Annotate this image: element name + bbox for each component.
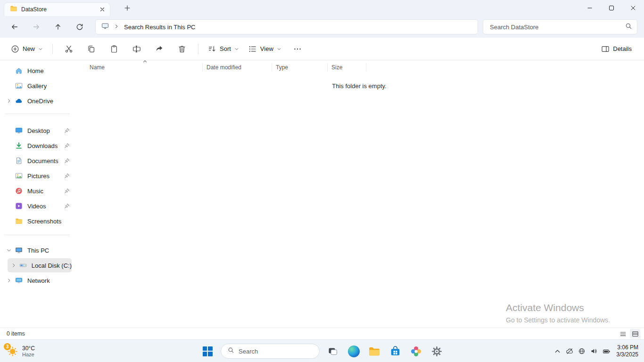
document-icon [15,157,25,165]
column-header-size[interactable]: Size [328,63,366,72]
explorer-search-input[interactable] [490,24,625,31]
sidebar-item-videos[interactable]: Videos [3,199,72,213]
task-view-icon [327,346,339,357]
explorer-search-box[interactable] [483,19,637,34]
back-button[interactable] [4,19,25,35]
chevron-down-icon [38,47,43,51]
pin-icon [64,173,70,179]
more-options-button[interactable] [289,41,306,58]
pin-icon [64,128,70,133]
tray-battery-button[interactable] [600,344,612,359]
column-header-type[interactable]: Type [272,63,328,72]
forward-button[interactable] [25,19,47,35]
empty-folder-message: This folder is empty. [74,82,644,90]
close-button[interactable] [622,0,644,16]
sidebar-item-documents[interactable]: Documents [3,154,72,168]
sidebar-item-label: Videos [27,203,46,210]
computer-icon [15,247,25,254]
list-view-toggle[interactable] [618,329,628,338]
settings-button[interactable] [427,342,446,361]
new-tab-button[interactable] [121,1,134,15]
start-button[interactable] [198,342,217,361]
sidebar-item-screenshots[interactable]: Screenshots [3,214,72,228]
onedrive-cloud-icon [15,97,25,105]
breadcrumb: Search Results in This PC [124,24,196,31]
tray-show-hidden-icons-button[interactable] [551,344,563,359]
task-view-button[interactable] [323,342,342,361]
taskbar-search-box[interactable]: Search [221,344,320,359]
column-header-date-modified[interactable]: Date modified [203,63,272,72]
copy-button[interactable] [83,41,100,58]
rename-button[interactable] [128,41,146,58]
sidebar-item-gallery[interactable]: Gallery [3,79,72,93]
address-bar[interactable]: Search Results in This PC [95,19,478,34]
tab-title: DataStore [21,6,94,13]
command-toolbar: New Sort View [0,38,644,60]
status-bar: 0 items [0,328,644,339]
sidebar-item-desktop[interactable]: Desktop [3,123,72,138]
sidebar-item-onedrive[interactable]: OneDrive [3,94,72,108]
new-button[interactable]: New [6,41,48,57]
download-arrow-icon [15,142,25,149]
sidebar-item-music[interactable]: Music [3,184,72,198]
edge-icon [348,346,360,357]
tab-close-button[interactable] [98,5,107,14]
column-header-name[interactable]: Name [74,63,203,72]
up-button[interactable] [47,19,69,35]
sidebar-item-pictures[interactable]: Pictures [3,169,72,183]
edge-browser-button[interactable] [344,342,363,361]
desktop-monitor-icon [15,127,25,134]
pin-icon [64,143,70,148]
details-button[interactable]: Details [596,41,636,57]
expand-chevron-icon[interactable] [3,278,15,283]
sidebar-item-this-pc[interactable]: This PC [3,243,72,257]
sidebar-item-label: Network [27,277,50,284]
cut-button[interactable] [60,41,78,58]
search-icon[interactable] [625,23,632,32]
music-note-icon [15,187,25,195]
view-button[interactable]: View [244,41,286,57]
refresh-button[interactable] [69,19,91,35]
scissors-icon [65,45,73,53]
photos-button[interactable] [406,342,425,361]
weather-widget[interactable]: 3 30°C Haze [0,340,41,362]
sidebar-item-label: Desktop [27,127,50,134]
minimize-button[interactable] [579,0,601,16]
sidebar-item-label: Documents [27,157,58,165]
photos-icon [410,346,422,357]
paste-button[interactable] [105,41,123,58]
tray-volume-button[interactable] [588,344,600,359]
toolbar-separator [198,44,198,54]
sidebar-item-local-disk-c[interactable]: Local Disk (C:) [8,258,72,272]
expand-chevron-icon[interactable] [8,263,19,268]
chevron-up-icon [554,348,561,355]
explorer-tab[interactable]: DataStore [4,2,110,16]
tray-onedrive-button[interactable] [563,344,576,359]
share-button[interactable] [150,41,168,58]
delete-button[interactable] [173,41,191,58]
taskbar-clock[interactable]: 3:06 PM 3/3/2025 [616,344,638,358]
collapse-chevron-icon[interactable] [3,247,15,253]
home-icon [15,67,25,74]
pin-icon [64,203,70,209]
taskbar-search-label: Search [239,348,258,355]
sidebar-item-downloads[interactable]: Downloads [3,139,72,153]
clipboard-icon [110,45,118,53]
breadcrumb-chevron-icon [114,23,119,31]
microsoft-store-button[interactable] [386,342,405,361]
sort-button[interactable]: Sort [203,41,244,57]
sidebar-divider [5,114,70,114]
weather-temperature: 30°C [22,345,35,352]
maximize-button[interactable] [601,0,622,16]
watermark-subtitle: Go to Settings to activate Windows. [506,316,610,324]
globe-icon [578,347,586,355]
sidebar-item-label: OneDrive [27,98,53,105]
pin-icon [64,188,70,194]
file-explorer-button[interactable] [365,342,384,361]
details-view-toggle[interactable] [630,329,640,338]
sidebar-item-label: Downloads [27,142,58,149]
sidebar-item-home[interactable]: Home [3,64,72,78]
tray-network-button[interactable] [576,344,588,359]
expand-chevron-icon[interactable] [3,98,15,104]
sidebar-item-network[interactable]: Network [3,273,72,288]
